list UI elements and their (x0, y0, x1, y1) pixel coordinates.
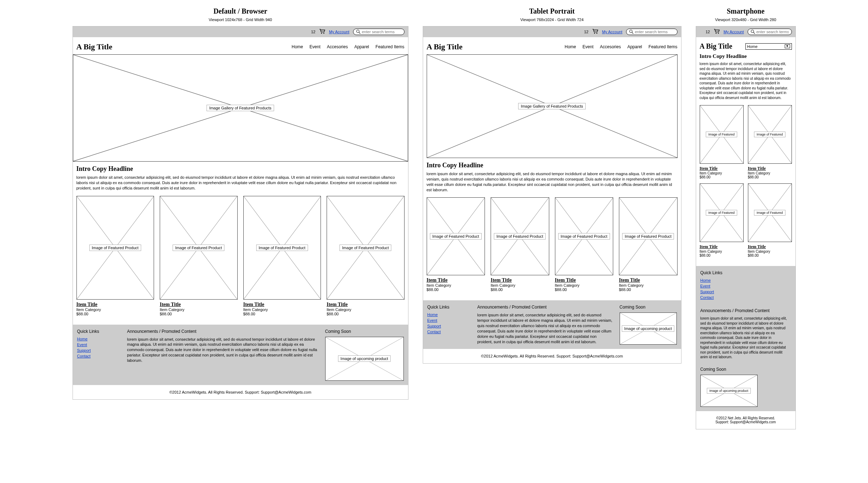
nav-featured[interactable]: Featured Items (649, 44, 678, 49)
product-card[interactable]: Image of Featured ProductItem TitleItem … (555, 197, 614, 292)
announcements-title: Announcements / Promoted Content (127, 329, 318, 334)
cart-count: 12 (584, 30, 588, 34)
nav-apparel[interactable]: Apparel (354, 44, 369, 49)
product-card[interactable]: Image of FeaturedItem TitleItem Category… (748, 183, 792, 257)
product-image[interactable]: Image of Featured Product (243, 196, 321, 300)
product-image[interactable]: Image of Featured (748, 105, 792, 164)
my-account-link[interactable]: My Account (602, 30, 623, 34)
nav-event[interactable]: Event (582, 44, 594, 49)
product-caption: Image of Featured Product (494, 233, 546, 240)
coming-soon-image[interactable]: Image of upcoming product (700, 375, 758, 407)
product-image[interactable]: Image of Featured Product (160, 196, 238, 300)
product-category: Item Category (700, 171, 744, 175)
product-card[interactable]: Image of FeaturedItem TitleItem Category… (748, 105, 792, 179)
product-caption: Image of Featured Product (256, 245, 308, 251)
site-title: A Big Title (427, 42, 463, 51)
product-image[interactable]: Image of Featured (700, 105, 744, 164)
product-price: $88.00 (700, 175, 744, 179)
hero-image[interactable]: Image Gallery of Featured Products (427, 54, 678, 158)
product-card[interactable]: Image of Featured ProductItem TitleItem … (427, 197, 485, 292)
nav-home[interactable]: Home (292, 44, 303, 49)
nav-select[interactable]: Home ▼ (745, 43, 792, 50)
product-title[interactable]: Item Title (327, 302, 405, 307)
product-title[interactable]: Item Title (491, 277, 549, 283)
coming-soon-caption: Image of upcoming product (338, 355, 391, 362)
product-image[interactable]: Image of Featured Product (427, 197, 485, 275)
product-card[interactable]: Image of FeaturedItem TitleItem Category… (700, 105, 744, 179)
nav-accesories[interactable]: Accesories (327, 44, 348, 49)
product-card[interactable]: Image of FeaturedItem TitleItem Category… (700, 183, 744, 257)
ql-support[interactable]: Support (427, 324, 470, 328)
svg-point-17 (596, 33, 597, 34)
product-caption: Image of Featured Product (339, 245, 391, 251)
product-title[interactable]: Item Title (748, 244, 792, 250)
nav-home[interactable]: Home (565, 44, 576, 49)
product-price: $88.00 (243, 312, 321, 316)
ql-contact[interactable]: Contact (77, 354, 120, 358)
product-image[interactable]: Image of Featured Product (327, 196, 405, 300)
product-title[interactable]: Item Title (555, 277, 614, 283)
product-card[interactable]: Image of Featured Product Item Title Ite… (327, 196, 405, 316)
product-title[interactable]: Item Title (619, 277, 678, 283)
coming-soon-image[interactable]: Image of upcoming product (325, 337, 404, 381)
product-title[interactable]: Item Title (160, 302, 238, 307)
hero-image[interactable]: Image Gallery of Featured Products (73, 54, 408, 162)
search-box[interactable] (748, 29, 792, 35)
svg-point-16 (594, 33, 595, 34)
ql-home[interactable]: Home (700, 278, 791, 282)
coming-soon: Coming Soon Image of upcoming product (325, 329, 404, 381)
search-box[interactable] (353, 29, 405, 35)
svg-point-1 (323, 33, 324, 34)
product-card[interactable]: Image of Featured ProductItem TitleItem … (491, 197, 549, 292)
product-title[interactable]: Item Title (76, 302, 154, 307)
ql-event[interactable]: Event (427, 318, 470, 322)
search-input[interactable] (362, 30, 401, 34)
ql-contact[interactable]: Contact (427, 330, 470, 334)
cart-icon[interactable] (319, 29, 326, 35)
product-price: $88.00 (327, 312, 405, 316)
product-card[interactable]: Image of Featured ProductItem TitleItem … (619, 197, 678, 292)
ql-event[interactable]: Event (77, 342, 120, 347)
coming-soon-image[interactable]: Image of upcoming product (620, 312, 677, 345)
product-image[interactable]: Image of Featured Product (555, 197, 614, 275)
cart-icon[interactable] (714, 29, 720, 35)
ql-home[interactable]: Home (427, 312, 470, 317)
product-image[interactable]: Image of Featured (700, 183, 744, 242)
ql-event[interactable]: Event (700, 284, 791, 288)
product-category: Item Category (619, 283, 678, 287)
product-card[interactable]: Image of Featured Product Item Title Ite… (76, 196, 154, 316)
my-account-link[interactable]: My Account (329, 30, 349, 34)
promo-section: Quick Links Home Event Support Contact A… (73, 325, 408, 385)
product-card[interactable]: Image of Featured Product Item Title Ite… (243, 196, 321, 316)
nav-accesories[interactable]: Accesories (600, 44, 621, 49)
product-image[interactable]: Image of Featured (748, 183, 792, 242)
nav-apparel[interactable]: Apparel (627, 44, 642, 49)
ql-home[interactable]: Home (77, 337, 120, 341)
product-title[interactable]: Item Title (700, 166, 744, 171)
product-category: Item Category (491, 283, 549, 287)
product-image[interactable]: Image of Featured Product (491, 197, 549, 275)
quick-links: Quick Links Home Event Support Contact (700, 270, 791, 301)
product-title[interactable]: Item Title (700, 244, 744, 250)
layout-subtitle-tablet: Viewport 768x1024 - Grid Width 724 (520, 18, 584, 22)
ql-contact[interactable]: Contact (700, 295, 791, 300)
cart-icon[interactable] (592, 29, 599, 35)
ql-support[interactable]: Support (77, 348, 120, 353)
my-account-link[interactable]: My Account (724, 30, 744, 34)
product-category: Item Category (748, 171, 792, 175)
product-category: Item Category (555, 283, 614, 287)
search-box[interactable] (626, 29, 678, 35)
search-input[interactable] (635, 30, 674, 34)
nav-featured[interactable]: Featured Items (376, 44, 405, 49)
product-title[interactable]: Item Title (748, 166, 792, 171)
ql-support[interactable]: Support (700, 290, 791, 294)
search-input[interactable] (757, 30, 789, 34)
nav-event[interactable]: Event (309, 44, 321, 49)
product-image[interactable]: Image of Featured Product (76, 196, 154, 300)
product-grid: Image of Featured Product Item Title Ite… (76, 196, 405, 316)
product-card[interactable]: Image of Featured Product Item Title Ite… (160, 196, 238, 316)
product-image[interactable]: Image of Featured Product (619, 197, 678, 275)
product-title[interactable]: Item Title (427, 277, 485, 283)
coming-soon-caption: Image of upcoming product (707, 388, 751, 394)
product-title[interactable]: Item Title (243, 302, 321, 307)
